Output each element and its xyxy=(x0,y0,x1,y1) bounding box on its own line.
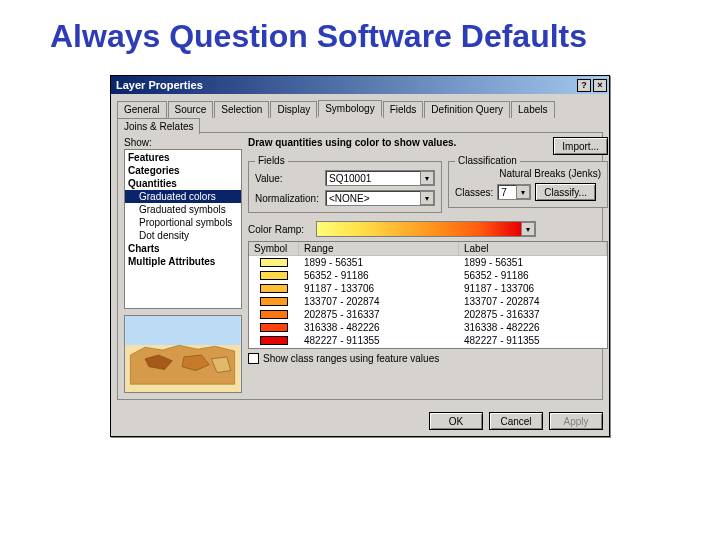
slide-title: Always Question Software Defaults xyxy=(0,0,720,61)
show-label: Show: xyxy=(124,137,242,148)
class-swatch xyxy=(260,297,288,306)
class-list[interactable]: Symbol Range Label 1899 - 563511899 - 56… xyxy=(248,241,608,349)
map-preview xyxy=(124,315,242,393)
ok-button[interactable]: OK xyxy=(429,412,483,430)
class-swatch xyxy=(260,336,288,345)
class-range: 482227 - 911355 xyxy=(299,335,459,346)
class-range: 202875 - 316337 xyxy=(299,309,459,320)
tab-selection[interactable]: Selection xyxy=(214,101,269,118)
class-swatch xyxy=(260,310,288,319)
show-item[interactable]: Features xyxy=(125,151,241,164)
svg-rect-0 xyxy=(126,316,241,345)
color-ramp-combo[interactable]: ▾ xyxy=(316,221,536,237)
color-ramp-label: Color Ramp: xyxy=(248,224,310,235)
class-swatch xyxy=(260,284,288,293)
tab-fields[interactable]: Fields xyxy=(383,101,424,118)
color-ramp-swatch xyxy=(317,222,521,236)
class-row[interactable]: 56352 - 9118656352 - 91186 xyxy=(249,269,607,282)
class-label: 316338 - 482226 xyxy=(459,322,607,333)
class-swatch xyxy=(260,258,288,267)
class-swatch xyxy=(260,271,288,280)
normalization-combo[interactable]: <NONE> ▾ xyxy=(325,190,435,206)
class-range: 133707 - 202874 xyxy=(299,296,459,307)
show-ranges-label: Show class ranges using feature values xyxy=(263,353,439,364)
show-item[interactable]: Graduated colors xyxy=(125,190,241,203)
chevron-down-icon[interactable]: ▾ xyxy=(516,185,530,199)
class-label: 133707 - 202874 xyxy=(459,296,607,307)
show-ranges-checkbox[interactable]: Show class ranges using feature values xyxy=(248,353,608,364)
tab-source[interactable]: Source xyxy=(168,101,214,118)
tab-symbology[interactable]: Symbology xyxy=(318,100,381,117)
class-row[interactable]: 316338 - 482226316338 - 482226 xyxy=(249,321,607,334)
class-row[interactable]: 482227 - 911355482227 - 911355 xyxy=(249,334,607,347)
classes-combo[interactable]: 7 ▾ xyxy=(497,184,531,200)
dialog-window: Layer Properties ? × GeneralSourceSelect… xyxy=(110,75,610,437)
value-combo-text: SQ10001 xyxy=(326,173,420,184)
cancel-button[interactable]: Cancel xyxy=(489,412,543,430)
chevron-down-icon[interactable]: ▾ xyxy=(521,222,535,236)
chevron-down-icon[interactable]: ▾ xyxy=(420,191,434,205)
classification-legend: Classification xyxy=(455,155,520,166)
show-item[interactable]: Dot density xyxy=(125,229,241,242)
class-range: 1899 - 56351 xyxy=(299,257,459,268)
tab-display[interactable]: Display xyxy=(270,101,317,118)
class-range: 91187 - 133706 xyxy=(299,283,459,294)
value-combo[interactable]: SQ10001 ▾ xyxy=(325,170,435,186)
classification-method: Natural Breaks (Jenks) xyxy=(455,168,601,179)
chevron-down-icon[interactable]: ▾ xyxy=(420,171,434,185)
class-row[interactable]: 91187 - 13370691187 - 133706 xyxy=(249,282,607,295)
tab-definition-query[interactable]: Definition Query xyxy=(424,101,510,118)
class-row[interactable]: 133707 - 202874133707 - 202874 xyxy=(249,295,607,308)
class-label: 91187 - 133706 xyxy=(459,283,607,294)
tab-panel-symbology: Show: FeaturesCategoriesQuantitiesGradua… xyxy=(117,132,603,400)
tab-labels[interactable]: Labels xyxy=(511,101,554,118)
classification-group: Classification Natural Breaks (Jenks) Cl… xyxy=(448,161,608,208)
tab-general[interactable]: General xyxy=(117,101,167,118)
dialog-footer: OK Cancel Apply xyxy=(111,406,609,436)
help-button[interactable]: ? xyxy=(577,79,591,92)
checkbox-icon[interactable] xyxy=(248,353,259,364)
tab-joins-relates[interactable]: Joins & Relates xyxy=(117,118,200,134)
show-item[interactable]: Graduated symbols xyxy=(125,203,241,216)
class-swatch xyxy=(260,323,288,332)
class-label: 482227 - 911355 xyxy=(459,335,607,346)
show-item[interactable]: Charts xyxy=(125,242,241,255)
class-label: 202875 - 316337 xyxy=(459,309,607,320)
col-label[interactable]: Label xyxy=(459,242,607,255)
apply-button: Apply xyxy=(549,412,603,430)
window-title: Layer Properties xyxy=(116,79,203,91)
show-item[interactable]: Proportional symbols xyxy=(125,216,241,229)
fields-group: Fields Value: SQ10001 ▾ Normalization: xyxy=(248,161,442,213)
fields-legend: Fields xyxy=(255,155,288,166)
left-column: Show: FeaturesCategoriesQuantitiesGradua… xyxy=(124,137,242,393)
normalization-combo-text: <NONE> xyxy=(326,193,420,204)
right-column: Draw quantities using color to show valu… xyxy=(248,137,608,364)
show-item[interactable]: Categories xyxy=(125,164,241,177)
close-button[interactable]: × xyxy=(593,79,607,92)
titlebar[interactable]: Layer Properties ? × xyxy=(111,76,609,94)
class-row[interactable]: 202875 - 316337202875 - 316337 xyxy=(249,308,607,321)
panel-description: Draw quantities using color to show valu… xyxy=(248,137,553,148)
classes-label: Classes: xyxy=(455,187,493,198)
col-symbol[interactable]: Symbol xyxy=(249,242,299,255)
class-range: 56352 - 91186 xyxy=(299,270,459,281)
tab-strip: GeneralSourceSelectionDisplaySymbologyFi… xyxy=(117,100,603,133)
classify-button[interactable]: Classify... xyxy=(535,183,596,201)
import-button[interactable]: Import... xyxy=(553,137,608,155)
col-range[interactable]: Range xyxy=(299,242,459,255)
show-list[interactable]: FeaturesCategoriesQuantitiesGraduated co… xyxy=(124,149,242,309)
class-range: 316338 - 482226 xyxy=(299,322,459,333)
classes-value: 7 xyxy=(498,187,516,198)
normalization-label: Normalization: xyxy=(255,193,325,204)
show-item[interactable]: Multiple Attributes xyxy=(125,255,241,268)
value-label: Value: xyxy=(255,173,325,184)
class-label: 1899 - 56351 xyxy=(459,257,607,268)
class-label: 56352 - 91186 xyxy=(459,270,607,281)
class-row[interactable]: 1899 - 563511899 - 56351 xyxy=(249,256,607,269)
show-item[interactable]: Quantities xyxy=(125,177,241,190)
